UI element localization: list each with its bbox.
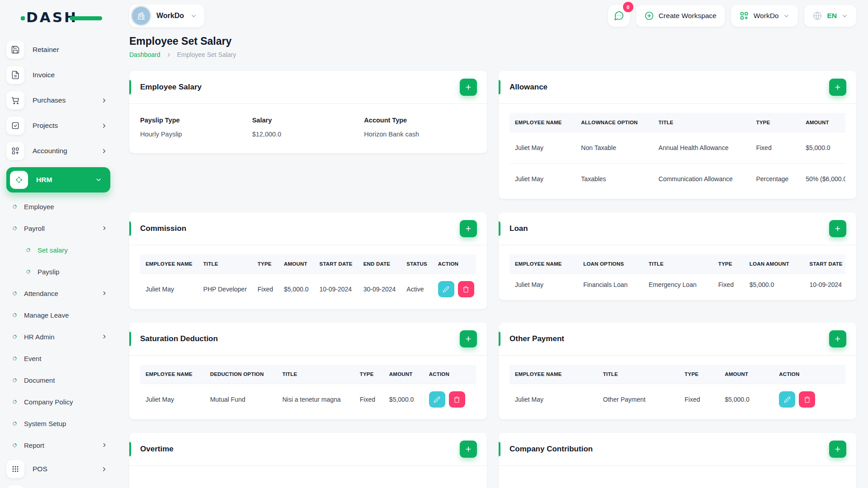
action-cell (424, 384, 476, 415)
column-header: EMPLOYEE NAME (140, 365, 205, 384)
invoice-file-icon (6, 66, 24, 84)
loan-amount-cell: $5,000.0 (744, 274, 804, 296)
bullet-icon (12, 204, 18, 210)
sidebar-item-payslip[interactable]: Payslip (26, 265, 110, 278)
sidebar-item-accounting[interactable]: Accounting (6, 142, 110, 160)
sidebar-item-payroll[interactable]: Payroll (13, 221, 110, 235)
sidebar-item-manage-leave[interactable]: Manage Leave (13, 308, 110, 322)
column-header: ALLOWNACE OPTION (576, 113, 653, 132)
sidebar-item-hrm[interactable]: HRM (6, 167, 110, 192)
sidebar-item-attendance[interactable]: Attendance (13, 286, 110, 300)
start-date-cell: 10-09-2024 (804, 274, 845, 296)
create-workspace-button[interactable]: Create Workspace (636, 5, 725, 27)
bullet-icon (12, 421, 18, 427)
delete-button[interactable] (449, 391, 465, 408)
messages-button[interactable]: 0 (608, 5, 630, 27)
sidebar-item-label: Accounting (33, 147, 93, 155)
field-value: Horizon Bank cash (364, 131, 476, 138)
table-header-row: EMPLOYEE NAME LOAN OPTIONS TITLE TYPE LO… (509, 254, 845, 274)
sidebar-item-label: Report (24, 441, 94, 449)
column-header: AMOUNT (278, 254, 314, 274)
delete-button[interactable] (458, 281, 474, 297)
add-employee-salary-button[interactable] (460, 79, 477, 96)
card-title: Saturation Deduction (140, 334, 218, 343)
sidebar-item-employee[interactable]: Employee (13, 200, 110, 213)
workspace-selector[interactable]: WorkDo (129, 5, 204, 27)
sidebar-item-system-setup[interactable]: System Setup (13, 417, 110, 430)
app-switcher-button[interactable]: WorkDo (731, 5, 798, 27)
sidebar-item-company-policy[interactable]: Company Policy (13, 395, 110, 408)
bullet-icon (12, 356, 18, 361)
bullet-icon (12, 442, 18, 448)
cards-grid: Employee Salary Payslip Type Hourly Pays… (129, 71, 856, 488)
add-other-payment-button[interactable] (829, 330, 846, 347)
column-header: EMPLOYEE NAME (509, 113, 576, 132)
column-header: EMPLOYEE NAME (509, 365, 598, 384)
sidebar-item-pos[interactable]: POS (6, 460, 110, 478)
amount-cell: $5,000.0 (278, 274, 314, 305)
sidebar-item-purchases[interactable]: Purchases (6, 91, 110, 109)
delete-button[interactable] (799, 391, 815, 408)
chevron-right-icon (101, 225, 110, 231)
column-header: TYPE (354, 365, 384, 384)
app-logo[interactable]: DASH (26, 9, 94, 27)
sidebar-item-label: POS (33, 465, 93, 473)
breadcrumb-dashboard-link[interactable]: Dashboard (129, 51, 160, 58)
sidebar-item-invoice[interactable]: Invoice (6, 66, 110, 84)
sidebar-item-label: Payroll (24, 225, 94, 232)
account-type-field: Account Type Horizon Bank cash (364, 117, 476, 138)
edit-button[interactable] (779, 391, 795, 408)
saturation-deduction-table-container[interactable]: EMPLOYEE NAME DEDUCTION OPTION TITLE TYP… (140, 365, 476, 415)
type-cell: Fixed (713, 274, 744, 296)
add-commission-button[interactable] (460, 220, 477, 237)
workspace-avatar (132, 7, 150, 25)
other-payment-table-container[interactable]: EMPLOYEE NAME TITLE TYPE AMOUNT ACTION J… (509, 365, 845, 415)
edit-button[interactable] (429, 391, 445, 408)
field-label: Payslip Type (140, 117, 252, 124)
sidebar-item-set-salary[interactable]: Set salary (26, 243, 110, 257)
loan-table: EMPLOYEE NAME LOAN OPTIONS TITLE TYPE LO… (509, 254, 845, 296)
edit-button[interactable] (438, 281, 454, 297)
title-cell: Annual Health Allowance (653, 132, 751, 164)
workspace-name: WorkDo (156, 12, 184, 20)
type-cell: Fixed (354, 384, 384, 415)
chevron-down-icon (190, 13, 197, 19)
check-square-icon (6, 117, 24, 135)
card-header: Commission (129, 212, 487, 245)
sidebar-item-document[interactable]: Document (13, 373, 110, 387)
sidebar-item-report[interactable]: Report (13, 438, 110, 452)
table-row: Juliet May Financials Loan Emergency Loa… (509, 274, 845, 296)
column-header: AMOUNT (384, 365, 424, 384)
employee-name-cell: Juliet May (140, 384, 205, 415)
card-header: Saturation Deduction (129, 323, 487, 356)
deduction-option-cell: Mutual Fund (205, 384, 277, 415)
sidebar-item-event[interactable]: Event (13, 352, 110, 365)
add-company-contribution-button[interactable] (829, 441, 846, 458)
start-date-cell: 10-09-2024 (314, 274, 358, 305)
salary-field: Salary $12,000.0 (252, 117, 364, 138)
loan-table-container[interactable]: EMPLOYEE NAME LOAN OPTIONS TITLE TYPE LO… (509, 254, 845, 296)
column-header: ACTION (433, 254, 476, 274)
language-label: EN (827, 12, 837, 20)
shopping-cart-icon (6, 91, 24, 109)
sidebar-item-projects[interactable]: Projects (6, 117, 110, 135)
sidebar-item-hr-admin[interactable]: HR Admin (13, 330, 110, 343)
table-header-row: EMPLOYEE NAME DEDUCTION OPTION TITLE TYP… (140, 365, 476, 384)
sidebar-item-retainer[interactable]: Retainer (6, 41, 110, 59)
plus-circle-icon (644, 11, 654, 21)
topbar-actions: 0 Create Workspace WorkDo (608, 5, 856, 27)
logo-dash (70, 16, 102, 20)
card-header: Other Payment (499, 323, 856, 356)
amount-cell: $5,000.0 (384, 384, 424, 415)
language-selector[interactable]: EN (804, 5, 856, 27)
sidebar-item-label: Purchases (33, 96, 93, 104)
allowance-table-container[interactable]: EMPLOYEE NAME ALLOWNACE OPTION TITLE TYP… (509, 113, 845, 194)
add-allowance-button[interactable] (829, 79, 846, 96)
column-header: TITLE (653, 113, 751, 132)
add-overtime-button[interactable] (460, 441, 477, 458)
chevron-right-icon (101, 333, 110, 340)
add-saturation-deduction-button[interactable] (460, 330, 477, 347)
commission-table-container[interactable]: EMPLOYEE NAME TITLE TYPE AMOUNT START DA… (140, 254, 476, 305)
add-loan-button[interactable] (829, 220, 846, 237)
sidebar-item-crm[interactable]: CRM (6, 485, 110, 488)
